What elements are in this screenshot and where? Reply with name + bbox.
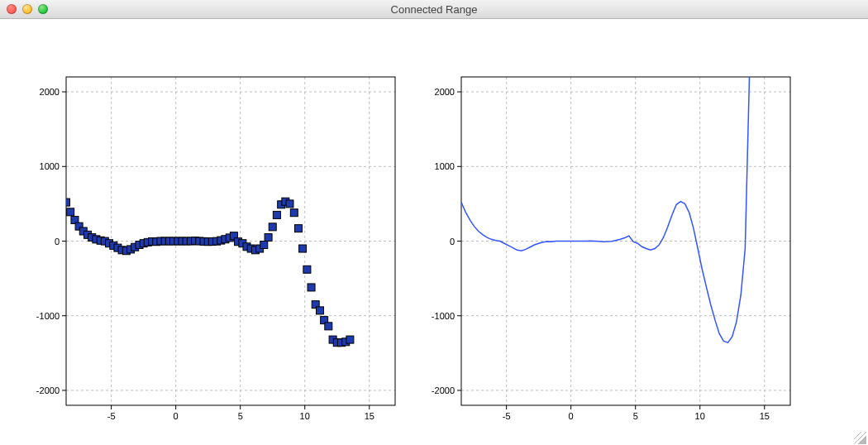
window-content: -5051015-2000-1000010002000 -5051015-200… xyxy=(0,19,868,445)
svg-text:1000: 1000 xyxy=(435,161,455,171)
zoom-icon[interactable] xyxy=(38,4,48,14)
svg-text:-2000: -2000 xyxy=(432,385,455,395)
window-title: Connected Range xyxy=(0,3,868,16)
svg-text:0: 0 xyxy=(569,411,574,421)
svg-text:5: 5 xyxy=(633,411,638,421)
svg-text:2000: 2000 xyxy=(435,87,455,97)
minimize-icon[interactable] xyxy=(22,4,32,14)
window-titlebar: Connected Range xyxy=(0,0,868,19)
svg-text:15: 15 xyxy=(760,411,770,421)
window-traffic-lights xyxy=(0,4,48,14)
chart-line: -5051015-2000-1000010002000 xyxy=(0,19,868,445)
close-icon[interactable] xyxy=(7,4,17,14)
svg-text:-1000: -1000 xyxy=(432,311,455,321)
svg-text:-5: -5 xyxy=(503,411,511,421)
svg-text:0: 0 xyxy=(450,237,455,246)
svg-text:10: 10 xyxy=(695,411,705,421)
resize-grip-icon[interactable] xyxy=(854,432,866,444)
